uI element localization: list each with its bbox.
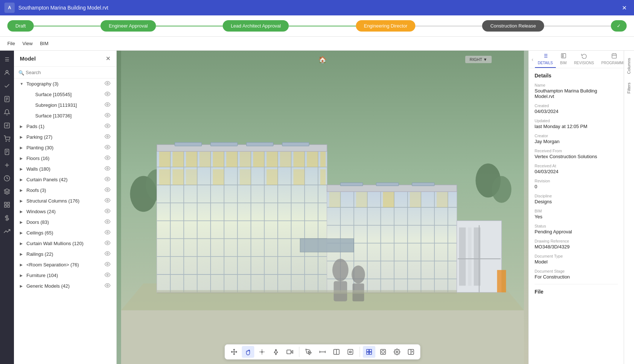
- tree-toggle[interactable]: ▶: [20, 252, 24, 256]
- details-tab-revisions[interactable]: REVISIONS: [571, 51, 597, 68]
- toolbar-btn-move[interactable]: [228, 346, 240, 358]
- toolbar-btn-walk[interactable]: [270, 346, 282, 358]
- visibility-toggle-icon[interactable]: [105, 187, 110, 194]
- tree-toggle[interactable]: ▼: [20, 82, 24, 86]
- tree-toggle[interactable]: ▶: [20, 178, 24, 182]
- workflow-step-3[interactable]: Engineering Director: [356, 20, 416, 32]
- visibility-toggle-icon[interactable]: [105, 240, 110, 247]
- sidebar-icon-trend[interactable]: [1, 225, 13, 237]
- tree-item[interactable]: ▶Floors (16): [14, 153, 116, 164]
- tree-toggle[interactable]: ▶: [20, 146, 24, 150]
- workflow-step-2[interactable]: Lead Architect Approval: [223, 20, 289, 32]
- sidebar-icon-layers[interactable]: [1, 186, 13, 197]
- sidebar-icon-document[interactable]: [1, 93, 13, 105]
- toolbar-btn-split[interactable]: [405, 346, 417, 358]
- toolbar-btn-settings[interactable]: [391, 346, 403, 358]
- tree-toggle[interactable]: ▶: [20, 241, 24, 245]
- toolbar-btn-orbit[interactable]: [256, 346, 268, 358]
- details-tab-bim[interactable]: BIM: [557, 51, 570, 68]
- tree-item[interactable]: Surface [130736]: [14, 110, 116, 121]
- visibility-toggle-icon[interactable]: [105, 102, 110, 109]
- tree-item[interactable]: ▶Pads (1): [14, 121, 116, 132]
- tabs-nav-left[interactable]: ‹: [532, 57, 533, 62]
- toolbar-btn-section[interactable]: [330, 346, 343, 358]
- toolbar-btn-measure[interactable]: [316, 346, 329, 358]
- model-panel-close[interactable]: ✕: [106, 55, 110, 62]
- visibility-toggle-icon[interactable]: [105, 251, 110, 258]
- visibility-toggle-icon[interactable]: [105, 165, 110, 172]
- tree-toggle[interactable]: ▶: [20, 231, 24, 235]
- tree-item[interactable]: Subregion [111931]: [14, 100, 116, 110]
- tree-toggle[interactable]: ▶: [20, 273, 24, 277]
- tree-item[interactable]: ▶Railings (22): [14, 249, 116, 259]
- sidebar-icon-bell[interactable]: [1, 106, 13, 118]
- visibility-toggle-icon[interactable]: [105, 112, 110, 119]
- sidebar-icon-users[interactable]: [1, 67, 13, 79]
- tree-item[interactable]: ▶Doors (83): [14, 217, 116, 228]
- sidebar-icon-clipboard[interactable]: [1, 146, 13, 158]
- visibility-toggle-icon[interactable]: [105, 176, 110, 183]
- details-tab-details[interactable]: DETAILS: [535, 51, 556, 68]
- visibility-toggle-icon[interactable]: [105, 80, 110, 87]
- visibility-toggle-icon[interactable]: [105, 261, 110, 268]
- toolbar-btn-camera[interactable]: [284, 346, 296, 358]
- details-tab-programmi---[interactable]: PROGRAMMI...: [598, 51, 624, 68]
- toolbar-btn-3d-view[interactable]: [377, 346, 389, 358]
- sidebar-icon-chart[interactable]: [1, 120, 13, 131]
- workflow-step-5[interactable]: ✓: [611, 20, 627, 32]
- toolbar-btn-draw[interactable]: [302, 346, 315, 358]
- tree-item[interactable]: ▶Curtain Wall Mullions (120): [14, 238, 116, 249]
- filters-button[interactable]: Filters: [624, 78, 634, 98]
- tree-item[interactable]: ▼Topography (3): [14, 79, 116, 89]
- toolbar-btn-2d-view[interactable]: [363, 346, 375, 358]
- tree-item[interactable]: ▶<Room Separation> (76): [14, 259, 116, 270]
- tree-item[interactable]: ▶Roofs (3): [14, 185, 116, 196]
- tree-item[interactable]: ▶Planting (30): [14, 142, 116, 153]
- tree-toggle[interactable]: ▶: [20, 135, 24, 139]
- tree-toggle[interactable]: ▶: [20, 156, 24, 160]
- visibility-toggle-icon[interactable]: [105, 123, 110, 130]
- visibility-toggle-icon[interactable]: [105, 144, 110, 151]
- sidebar-icon-cart[interactable]: [1, 133, 13, 145]
- tree-toggle[interactable]: ▶: [20, 263, 24, 267]
- tree-toggle[interactable]: ▶: [20, 220, 24, 224]
- 3d-viewport[interactable]: 🏠 RIGHT ▼: [117, 51, 528, 364]
- visibility-toggle-icon[interactable]: [105, 272, 110, 279]
- menu-item-view[interactable]: View: [22, 39, 33, 48]
- columns-button[interactable]: Columns: [624, 54, 634, 78]
- tree-toggle[interactable]: ▶: [20, 199, 24, 203]
- visibility-toggle-icon[interactable]: [105, 91, 110, 98]
- model-search-input[interactable]: [14, 67, 116, 79]
- tree-item[interactable]: ▶Curtain Panels (42): [14, 174, 116, 185]
- tree-toggle[interactable]: ▶: [20, 167, 24, 171]
- tree-toggle[interactable]: ▶: [20, 124, 24, 128]
- tree-item[interactable]: ▶Furniture (104): [14, 270, 116, 281]
- visibility-toggle-icon[interactable]: [105, 229, 110, 236]
- tree-item[interactable]: ▶Windows (24): [14, 206, 116, 217]
- workflow-step-0[interactable]: Draft: [7, 20, 34, 32]
- home-icon[interactable]: 🏠: [318, 56, 327, 64]
- sidebar-icon-dollar[interactable]: [1, 212, 13, 224]
- tree-toggle[interactable]: ▶: [20, 210, 24, 214]
- tree-toggle[interactable]: ▶: [20, 188, 24, 192]
- visibility-toggle-icon[interactable]: [105, 219, 110, 226]
- tree-item[interactable]: ▶Structural Columns (176): [14, 196, 116, 206]
- sidebar-icon-grid[interactable]: [1, 199, 13, 211]
- sidebar-icon-clock[interactable]: [1, 172, 13, 184]
- sidebar-icon-check[interactable]: [1, 80, 13, 92]
- sidebar-icon-add[interactable]: [1, 159, 13, 171]
- tree-toggle[interactable]: ▶: [20, 284, 24, 288]
- visibility-toggle-icon[interactable]: [105, 134, 110, 141]
- sidebar-icon-menu[interactable]: ☰: [1, 54, 13, 65]
- tree-item[interactable]: Surface [105545]: [14, 89, 116, 100]
- workflow-step-4[interactable]: Construction Release: [482, 20, 544, 32]
- visibility-toggle-icon[interactable]: [105, 208, 110, 215]
- toolbar-btn-clip[interactable]: [344, 346, 357, 358]
- tree-item[interactable]: ▶Ceilings (65): [14, 228, 116, 238]
- visibility-toggle-icon[interactable]: [105, 155, 110, 162]
- close-button[interactable]: ✕: [619, 3, 630, 13]
- visibility-toggle-icon[interactable]: [105, 197, 110, 204]
- tree-item[interactable]: ▶Generic Models (42): [14, 281, 116, 291]
- workflow-step-1[interactable]: Engineer Approval: [101, 20, 156, 32]
- visibility-toggle-icon[interactable]: [105, 283, 110, 290]
